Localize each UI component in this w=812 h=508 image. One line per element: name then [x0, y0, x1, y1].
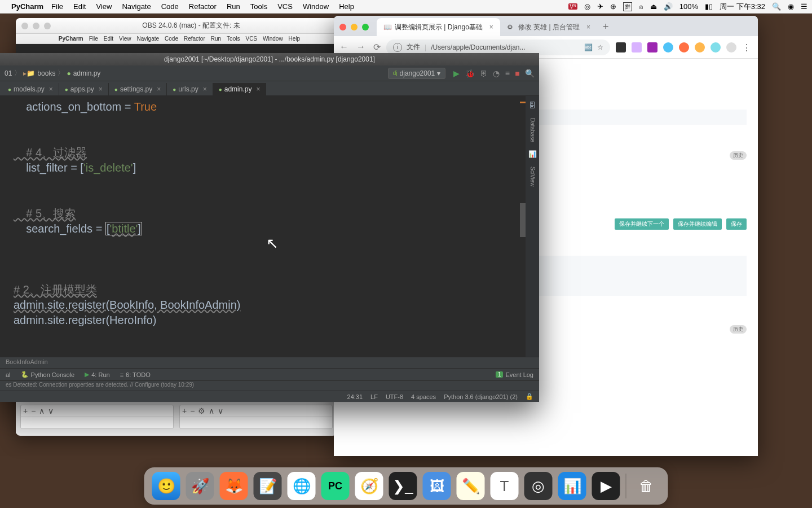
down-icon[interactable]: ∨ [218, 406, 223, 415]
volume-icon[interactable]: 🔊 [664, 2, 673, 11]
close-icon[interactable]: × [49, 85, 53, 93]
menu-edit[interactable]: Edit [73, 2, 86, 11]
dock-notes-icon[interactable]: ✏️ [457, 472, 485, 500]
cursor-position[interactable]: 24:31 [347, 393, 363, 400]
ext-icon-6[interactable] [695, 42, 705, 52]
menu-vcs[interactable]: VCS [277, 2, 293, 11]
input-source-icon[interactable]: 拼 [623, 2, 632, 11]
menu-navigate[interactable]: Navigate [122, 2, 151, 11]
dock-sublime-icon[interactable]: 📝 [254, 472, 282, 500]
tab-admin[interactable]: ●admin.py× [213, 83, 267, 95]
dock-chrome-icon[interactable]: 🌐 [288, 472, 316, 500]
tab-models[interactable]: ●models.py× [2, 83, 59, 95]
menu-view[interactable]: View [96, 2, 112, 11]
ext-icon-4[interactable] [663, 42, 673, 52]
battery-text[interactable]: 100% [679, 2, 698, 11]
search-icon[interactable]: 🔍 [525, 69, 535, 78]
ext-icon-7[interactable] [710, 42, 721, 52]
event-log-tool[interactable]: 1Event Log [496, 371, 533, 378]
tab-settings[interactable]: ●settings.py× [109, 83, 167, 95]
dock-terminal-icon[interactable]: ❯_ [389, 472, 417, 500]
python-console-tool[interactable]: 🐍Python Console [21, 371, 75, 378]
dock-keynote-icon[interactable]: 📊 [558, 472, 586, 500]
indent[interactable]: 4 spaces [411, 393, 436, 400]
menu-help[interactable]: Help [339, 2, 354, 11]
menu-run[interactable]: Run [227, 2, 240, 11]
database-tool-icon[interactable]: 🗄 [529, 98, 536, 113]
telegram-icon[interactable]: ✈ [597, 2, 603, 11]
close-icon[interactable]: × [203, 85, 207, 93]
sciview-tool-icon[interactable]: 📊 [528, 147, 537, 162]
run-config-selector[interactable]: dj django2001 ▾ [388, 68, 446, 79]
obs-traffic-lights[interactable] [21, 23, 51, 29]
obs-scenes-panel[interactable]: +−∧∨ [20, 405, 174, 429]
star-icon[interactable]: ☆ [597, 43, 603, 51]
menubar-app-name[interactable]: PyCharm [11, 2, 43, 11]
ext-icon-2[interactable] [632, 42, 642, 52]
run-tool[interactable]: ▶4: Run [85, 371, 109, 378]
lock-icon[interactable]: 🔒 [526, 393, 533, 400]
dock-obs-icon[interactable]: ◎ [524, 472, 553, 500]
close-icon[interactable]: × [99, 85, 103, 93]
line-ending[interactable]: LF [370, 393, 378, 400]
chrome-menu-icon[interactable]: ⋮ [742, 42, 752, 52]
globe-icon[interactable]: ⊕ [610, 2, 616, 11]
stop-icon[interactable]: ■ [515, 69, 519, 78]
close-icon[interactable]: × [586, 23, 590, 31]
reload-icon[interactable]: ⟳ [373, 42, 381, 52]
bc-folder[interactable]: books [37, 69, 55, 77]
tab-apps[interactable]: ●apps.py× [59, 83, 109, 95]
code-editor[interactable]: actions_on_bottom = True # 4、过滤器 list_fi… [0, 96, 539, 357]
run-icon[interactable]: ▶ [453, 69, 460, 78]
dock-launchpad-icon[interactable]: 🚀 [186, 472, 214, 500]
todo-tool[interactable]: ≡6: TODO [120, 371, 151, 378]
dock-finder-icon[interactable]: 🙂 [152, 472, 180, 500]
profile-icon[interactable]: ◔ [493, 69, 500, 78]
sciview-label[interactable]: SciView [525, 167, 540, 186]
ext-icon-3[interactable] [647, 42, 657, 52]
forward-icon[interactable]: → [356, 42, 365, 52]
menu-refactor[interactable]: Refactor [189, 2, 217, 11]
dock-firefox-icon[interactable]: 🦊 [220, 472, 248, 500]
dock-screenshot-icon[interactable]: 🖼 [423, 472, 451, 500]
tab-urls[interactable]: ●urls.py× [167, 83, 213, 95]
menu-code[interactable]: Code [161, 2, 179, 11]
menu-window[interactable]: Window [303, 2, 329, 11]
encoding[interactable]: UTF-8 [386, 393, 403, 400]
database-label[interactable]: Database [525, 118, 540, 142]
interpreter[interactable]: Python 3.6 (django201) (2) [444, 393, 518, 400]
dock-pycharm-icon[interactable]: PC [321, 472, 350, 500]
new-tab-button[interactable]: + [597, 21, 615, 36]
close-icon[interactable]: × [489, 23, 493, 31]
up-icon[interactable]: ∧ [39, 406, 45, 415]
eject-icon[interactable]: ⏏ [650, 2, 657, 11]
back-icon[interactable]: ← [339, 42, 348, 52]
spotlight-icon[interactable]: 🔍 [772, 2, 781, 11]
translate-icon[interactable]: 🔤 [584, 43, 593, 51]
gear-icon[interactable]: ⚙ [198, 406, 205, 415]
obs-sources-panel[interactable]: +−⚙∧∨ [179, 405, 333, 429]
ext-icon-1[interactable] [616, 42, 626, 52]
notification-center-icon[interactable]: ☰ [801, 2, 807, 11]
ext-icon-5[interactable] [679, 42, 689, 52]
close-icon[interactable]: × [157, 85, 161, 93]
profile-icon[interactable] [726, 42, 736, 52]
dock-player-icon[interactable]: ▶ [592, 472, 620, 500]
coverage-icon[interactable]: ⛨ [480, 69, 488, 78]
dock-textedit-icon[interactable]: T [491, 472, 519, 500]
status-message[interactable]: es Detected: Connection properties are d… [0, 380, 539, 391]
obs-tray-icon[interactable]: ◎ [584, 2, 590, 11]
down-icon[interactable]: ∨ [48, 406, 54, 415]
editor-minimap[interactable] [520, 96, 526, 357]
info-icon[interactable]: i [393, 43, 402, 52]
editor-breadcrumb[interactable]: BookInfoAdmin [0, 357, 539, 368]
dock-trash-icon[interactable]: 🗑 [632, 472, 660, 500]
up-icon[interactable]: ∧ [209, 406, 214, 415]
bc-file[interactable]: admin.py [73, 69, 101, 77]
debug-icon[interactable]: 🐞 [465, 69, 475, 78]
chrome-traffic-lights[interactable] [339, 24, 369, 36]
plus-icon[interactable]: + [182, 406, 187, 415]
close-icon[interactable]: × [256, 85, 260, 93]
battery-icon[interactable]: ▮▯ [705, 2, 713, 11]
chrome-tab-inactive[interactable]: ⚙ 修改 英雄 | 后台管理 × [500, 18, 597, 36]
